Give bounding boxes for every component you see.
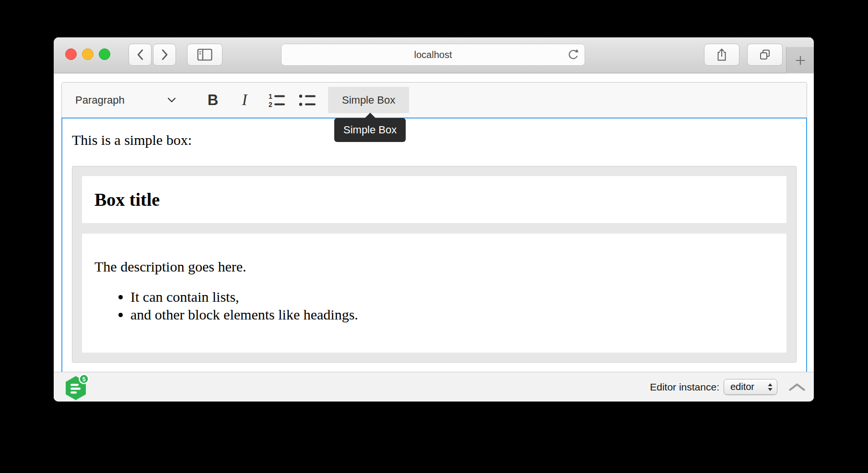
zoom-window-button[interactable]: [99, 48, 110, 60]
selected-instance: editor: [730, 381, 767, 392]
select-arrows-icon: [767, 383, 773, 391]
simple-box-widget[interactable]: Box title The description goes here. It …: [72, 166, 797, 363]
simple-box-description-section[interactable]: The description goes here. It can contai…: [82, 234, 786, 353]
share-icon: [716, 47, 728, 62]
numbered-list-icon: 1 2: [267, 93, 287, 108]
simple-box-button-label: Simple Box: [342, 94, 395, 106]
chevron-down-icon: [167, 97, 176, 103]
show-all-tabs-button[interactable]: [747, 44, 783, 66]
description-list: It can contain lists, and other block el…: [94, 288, 774, 323]
chevron-up-icon: [789, 383, 805, 391]
bulleted-list-button[interactable]: [296, 87, 319, 113]
address-bar[interactable]: localhost: [281, 44, 585, 66]
forward-button[interactable]: [153, 44, 176, 66]
intro-paragraph[interactable]: This is a simple box:: [72, 131, 797, 149]
chevron-right-icon: [161, 49, 168, 60]
minimize-window-button[interactable]: [82, 48, 94, 60]
editor-editable-area[interactable]: This is a simple box: Box title The desc…: [61, 118, 807, 372]
svg-text:2: 2: [269, 101, 272, 108]
chevron-left-icon: [137, 49, 144, 60]
bulleted-list-icon: [298, 93, 318, 108]
description-paragraph[interactable]: The description goes here.: [94, 258, 774, 275]
browser-window: localhost: [54, 37, 814, 402]
numbered-list-button[interactable]: 1 2: [266, 87, 289, 113]
list-item[interactable]: and other block elements like headings.: [130, 306, 774, 323]
simple-box-title[interactable]: Box title: [94, 189, 774, 211]
notification-badge: 5: [82, 376, 86, 382]
close-window-button[interactable]: [65, 48, 77, 60]
inspector-bottom-bar: 5 Editor instance: editor: [54, 372, 814, 402]
url-text: localhost: [414, 49, 452, 60]
sidebar-icon: [197, 48, 212, 61]
reload-button[interactable]: [566, 48, 580, 61]
browser-toolbar: localhost: [54, 37, 814, 73]
plus-icon: [795, 55, 806, 66]
reload-icon: [567, 48, 579, 61]
heading-dropdown[interactable]: Paragraph: [62, 83, 183, 118]
sidebar-toggle-button[interactable]: [187, 44, 223, 66]
editor-instance-select[interactable]: editor: [724, 379, 777, 395]
back-button[interactable]: [129, 44, 152, 66]
collapse-console-button[interactable]: [789, 383, 805, 391]
share-button[interactable]: [704, 44, 739, 66]
simple-box-tooltip: Simple Box: [334, 118, 406, 142]
tabs-icon: [759, 48, 771, 61]
new-tab-button[interactable]: [786, 47, 814, 73]
bold-button[interactable]: B: [201, 87, 224, 113]
page-content: Paragraph B I 1 2: [54, 73, 814, 402]
italic-button[interactable]: I: [233, 87, 256, 113]
editor-toolbar: Paragraph B I 1 2: [61, 82, 807, 118]
list-item[interactable]: It can contain lists,: [130, 288, 774, 306]
italic-icon: I: [242, 91, 247, 109]
heading-dropdown-label: Paragraph: [75, 94, 125, 106]
ckeditor-logo-icon[interactable]: 5: [62, 374, 89, 401]
tooltip-text: Simple Box: [343, 124, 397, 136]
editor-instance-label: Editor instance:: [650, 381, 719, 393]
svg-text:1: 1: [269, 93, 272, 100]
bold-icon: B: [208, 92, 218, 109]
simple-box-button[interactable]: Simple Box: [328, 87, 409, 113]
simple-box-title-section[interactable]: Box title: [82, 176, 786, 223]
